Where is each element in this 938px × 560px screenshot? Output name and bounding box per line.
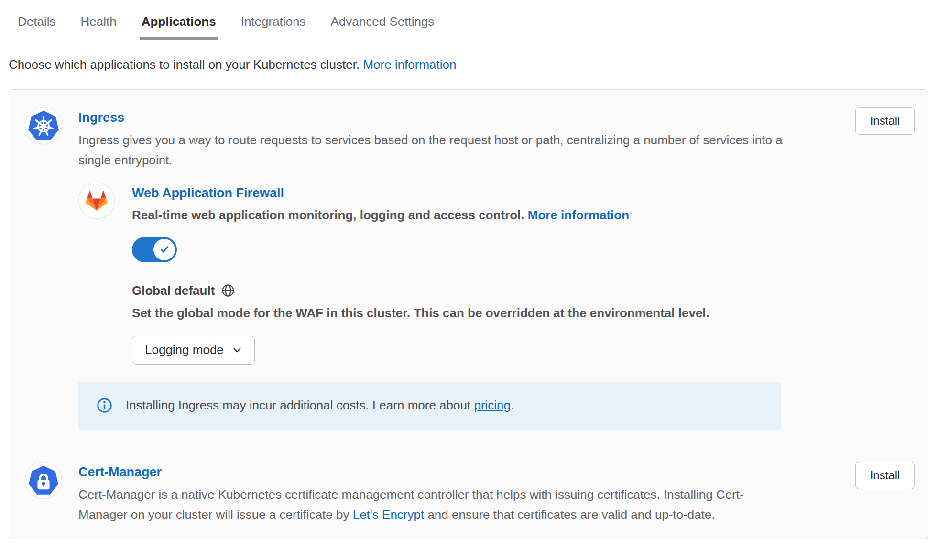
check-icon bbox=[159, 244, 170, 255]
intro-line: Choose which applications to install on … bbox=[9, 57, 938, 72]
waf-title[interactable]: Web Application Firewall bbox=[132, 185, 709, 201]
info-alert: Installing Ingress may incur additional … bbox=[78, 382, 781, 430]
kubernetes-icon bbox=[25, 107, 62, 144]
tab-applications[interactable]: Applications bbox=[140, 14, 218, 40]
waf-mode-dropdown[interactable]: Logging mode bbox=[132, 336, 255, 365]
tab-details[interactable]: Details bbox=[16, 14, 57, 40]
tab-bar: Details Health Applications Integrations… bbox=[0, 0, 938, 40]
alert-text: Installing Ingress may incur additional … bbox=[126, 398, 514, 413]
waf-toggle[interactable] bbox=[132, 237, 177, 262]
ingress-description: Ingress gives you a way to route request… bbox=[78, 130, 796, 170]
cert-manager-section: Cert-Manager Cert-Manager is a native Ku… bbox=[9, 444, 928, 539]
applications-card: Ingress Ingress gives you a way to route… bbox=[9, 89, 928, 539]
gitlab-icon bbox=[78, 183, 115, 219]
waf-body: Web Application Firewall Real-time web a… bbox=[132, 183, 709, 364]
ingress-section: Ingress Ingress gives you a way to route… bbox=[9, 90, 928, 444]
globe-icon bbox=[221, 283, 235, 298]
ingress-install-button[interactable]: Install bbox=[855, 107, 915, 135]
ingress-body: Ingress Ingress gives you a way to route… bbox=[78, 107, 855, 430]
chevron-down-icon bbox=[232, 345, 242, 355]
cert-manager-description: Cert-Manager is a native Kubernetes cert… bbox=[78, 485, 776, 525]
ingress-title[interactable]: Ingress bbox=[78, 110, 855, 125]
waf-block: Web Application Firewall Real-time web a… bbox=[78, 183, 855, 364]
pricing-link[interactable]: pricing bbox=[474, 398, 511, 412]
tab-integrations[interactable]: Integrations bbox=[239, 14, 308, 40]
tab-advanced-settings[interactable]: Advanced Settings bbox=[329, 14, 436, 40]
waf-description: Real-time web application monitoring, lo… bbox=[132, 208, 709, 223]
intro-text: Choose which applications to install on … bbox=[9, 57, 363, 72]
waf-more-information-link[interactable]: More information bbox=[528, 208, 629, 222]
cert-manager-install-button[interactable]: Install bbox=[855, 462, 915, 489]
more-information-link[interactable]: More information bbox=[363, 57, 456, 72]
cert-manager-title[interactable]: Cert-Manager bbox=[78, 464, 855, 480]
global-default-label: Global default bbox=[132, 283, 709, 298]
info-icon bbox=[97, 398, 112, 413]
cert-manager-body: Cert-Manager Cert-Manager is a native Ku… bbox=[78, 462, 855, 525]
toggle-knob bbox=[153, 239, 175, 260]
cert-manager-icon bbox=[25, 462, 62, 499]
tab-health[interactable]: Health bbox=[78, 14, 118, 40]
waf-mode-value: Logging mode bbox=[145, 343, 224, 357]
waf-mode-help: Set the global mode for the WAF in this … bbox=[132, 306, 709, 321]
lets-encrypt-link[interactable]: Let's Encrypt bbox=[353, 507, 424, 522]
